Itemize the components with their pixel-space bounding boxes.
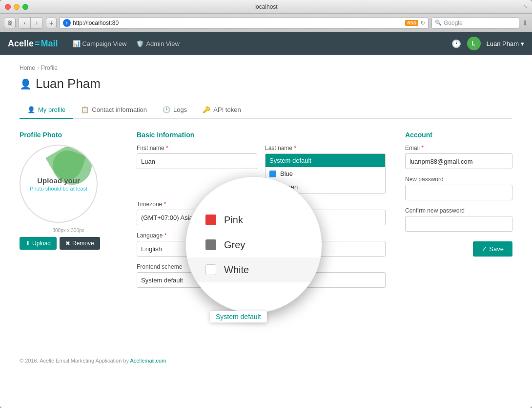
admin-view-nav[interactable]: 🛡️ Admin View — [136, 40, 179, 47]
search-icon: 🔍 — [435, 20, 442, 26]
copyright-text: © 2016. Acelle Email Marketing Applicati… — [20, 358, 130, 364]
remove-label: Remove — [72, 240, 94, 247]
footer: © 2016. Acelle Email Marketing Applicati… — [0, 348, 532, 373]
page-title: Luan Pham — [36, 76, 101, 91]
grey-label: Grey — [224, 239, 245, 251]
refresh-button[interactable]: ↻ — [420, 20, 425, 26]
photo-size-hint: 300px x 300px — [20, 228, 117, 233]
minimize-button[interactable] — [14, 4, 20, 10]
save-button[interactable]: ✓ Save — [473, 241, 512, 257]
api-token-icon: 🔑 — [203, 106, 210, 113]
my-profile-icon: 👤 — [27, 106, 35, 113]
confirm-password-label: Confirm new password — [405, 207, 512, 214]
email-input[interactable] — [405, 153, 512, 169]
brand-acelle: Acelle — [8, 39, 34, 49]
campaign-view-label: Campaign View — [82, 40, 127, 47]
resize-icon: ⤡ — [523, 4, 527, 9]
confirm-password-group: Confirm new password — [405, 207, 512, 232]
pink-label: Pink — [224, 215, 243, 226]
browser-secure-icon: i — [63, 19, 71, 27]
tab-contact-label: Contact information — [92, 106, 147, 113]
campaign-view-icon: 📊 — [73, 40, 81, 47]
search-field[interactable]: Google — [444, 20, 463, 26]
user-menu[interactable]: Luan Pham ▾ — [487, 40, 525, 47]
new-password-group: New password — [405, 176, 512, 200]
save-check-icon: ✓ — [482, 245, 487, 253]
grey-color-swatch — [205, 239, 216, 250]
color-picker-grey[interactable]: Grey — [186, 233, 322, 258]
last-name-label: Last name * — [265, 145, 386, 151]
confirm-password-input[interactable] — [405, 216, 512, 232]
pink-color-swatch — [205, 215, 216, 225]
color-picker-white[interactable]: White — [186, 258, 322, 282]
tab-logs-label: Logs — [173, 106, 187, 113]
email-group: Email * — [405, 145, 512, 169]
admin-view-icon: 🛡️ — [136, 40, 144, 47]
color-picker-pink[interactable]: Pink — [186, 208, 322, 233]
history-icon[interactable]: 🕐 — [451, 39, 461, 48]
contact-info-icon: 📋 — [81, 106, 89, 113]
download-icon[interactable]: ⬇ — [522, 19, 528, 27]
brand-logo: Acelle=Mail — [8, 39, 58, 49]
tab-api-label: API token — [213, 106, 241, 113]
remove-button[interactable]: ✖ Remove — [60, 237, 100, 250]
back-button[interactable]: ‹ — [19, 18, 31, 28]
tab-contact-information[interactable]: 📋 Contact information — [73, 101, 155, 119]
dropdown-item-system-default[interactable]: System default — [266, 154, 385, 167]
upload-text: Upload your — [37, 176, 80, 185]
campaign-view-nav[interactable]: 📊 Campaign View — [73, 40, 127, 47]
user-name-label: Luan Pham — [487, 40, 519, 47]
profile-tabs: 👤 My profile 📋 Contact information 🕐 Log… — [20, 101, 512, 119]
brand-equals: = — [35, 39, 40, 49]
remove-icon: ✖ — [65, 240, 70, 247]
brand-mail: Mail — [41, 39, 58, 49]
profile-photo-title: Profile Photo — [20, 131, 117, 139]
footer-link[interactable]: Acellemail.com — [130, 358, 166, 364]
account-title: Account — [405, 131, 512, 139]
tab-logs[interactable]: 🕐 Logs — [155, 101, 195, 119]
forward-button[interactable]: › — [31, 18, 42, 28]
profile-photo-section: Profile Photo Upload your Photo should b… — [20, 131, 117, 295]
white-color-swatch — [205, 264, 216, 275]
tab-divider — [249, 101, 512, 118]
browser-title: localhost — [254, 3, 277, 10]
logs-icon: 🕐 — [163, 106, 170, 113]
email-label: Email * — [405, 145, 512, 151]
dropdown-selected-label: System default — [269, 157, 311, 164]
tab-my-profile[interactable]: 👤 My profile — [20, 101, 73, 119]
new-password-input[interactable] — [405, 185, 512, 200]
breadcrumb-separator: › — [37, 64, 39, 71]
basic-info-title: Basic information — [137, 131, 386, 139]
rss-badge: RSS — [405, 20, 418, 26]
account-section: Account Email * New password Confirm new — [405, 131, 512, 295]
close-button[interactable] — [5, 4, 11, 10]
tab-api-token[interactable]: 🔑 API token — [195, 101, 248, 119]
chevron-down-icon: ▾ — [521, 40, 524, 47]
user-avatar: L — [467, 37, 481, 50]
add-tab-button[interactable]: + — [46, 18, 57, 28]
photo-circle: Upload your Photo should be at least — [20, 145, 98, 223]
breadcrumb: Home › Profile — [20, 64, 512, 71]
page-title-icon: 👤 — [20, 78, 32, 90]
address-field[interactable]: http://localhost:80 — [73, 20, 403, 26]
breadcrumb-home[interactable]: Home — [20, 64, 35, 71]
upload-subtext: Photo should be at least — [30, 186, 87, 192]
maximize-button[interactable] — [22, 4, 28, 10]
color-picker-overlay: Pink Grey White System default — [185, 176, 322, 322]
new-password-label: New password — [405, 176, 512, 183]
tab-my-profile-label: My profile — [38, 106, 65, 113]
first-name-input[interactable] — [137, 153, 257, 169]
required-marker-2: * — [294, 145, 296, 151]
breadcrumb-current: Profile — [41, 64, 58, 71]
upload-button[interactable]: ⬆ Upload — [20, 237, 57, 250]
admin-view-label: Admin View — [146, 40, 179, 47]
system-default-label[interactable]: System default — [210, 311, 267, 322]
required-marker: * — [166, 145, 168, 151]
first-name-label: First name * — [137, 145, 257, 151]
upload-icon: ⬆ — [25, 240, 30, 247]
white-label: White — [224, 264, 249, 276]
save-label: Save — [489, 245, 504, 253]
upload-label: Upload — [32, 240, 51, 247]
link-icon[interactable]: ⛓ — [4, 18, 16, 28]
